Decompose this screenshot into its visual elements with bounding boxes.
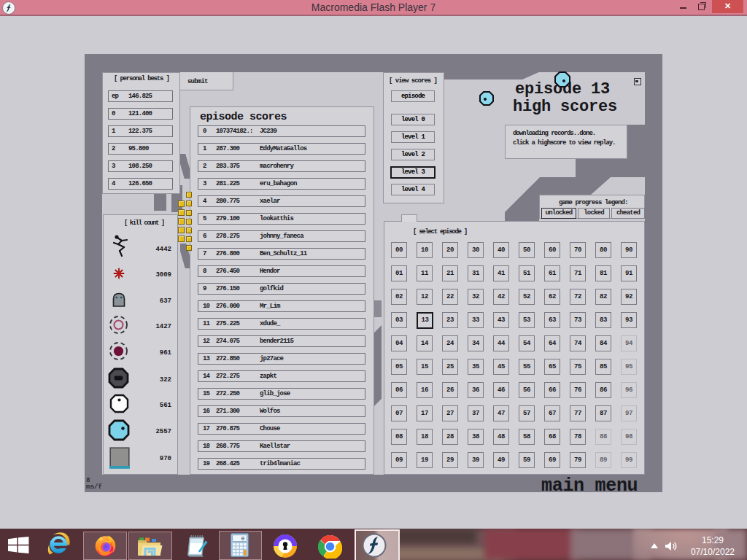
svg-text:0: 0 — [241, 535, 245, 542]
